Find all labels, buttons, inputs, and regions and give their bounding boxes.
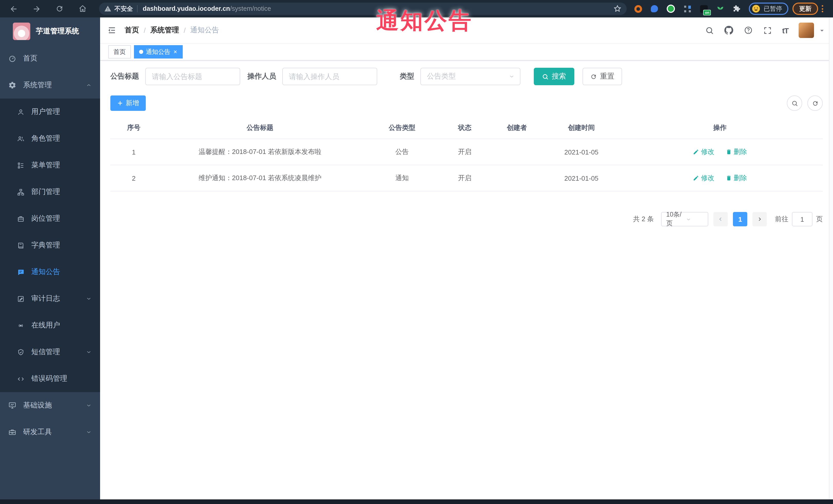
delete-button[interactable]: 删除 bbox=[725, 173, 747, 183]
sidebar-item-label: 错误码管理 bbox=[31, 374, 67, 383]
cell-creator bbox=[488, 165, 546, 191]
browser-forward-icon[interactable] bbox=[29, 1, 44, 17]
sidebar-item-dev-tools[interactable]: 研发工具 bbox=[0, 419, 100, 446]
chevron-right-icon bbox=[757, 216, 763, 222]
cell-actions: 修改 删除 bbox=[617, 139, 823, 165]
table-row: 2 维护通知：2018-07-01 若依系统凌晨维护 通知 开启 2021-01… bbox=[110, 165, 823, 191]
sidebar-item-home[interactable]: 首页 bbox=[0, 45, 100, 72]
sidebar-item-label: 角色管理 bbox=[31, 134, 60, 143]
pagination-total: 共 2 条 bbox=[633, 215, 654, 224]
chevron-up-icon bbox=[86, 82, 92, 88]
sidebar-item-error-code[interactable]: 错误码管理 bbox=[0, 365, 100, 392]
toggle-search-button[interactable] bbox=[787, 95, 802, 111]
cell-title: 维护通知：2018-07-01 若依系统凌晨维护 bbox=[157, 165, 363, 191]
sidebar-item-role-mgmt[interactable]: 角色管理 bbox=[0, 125, 100, 152]
reset-button[interactable]: 重置 bbox=[582, 68, 622, 85]
page-content: 公告标题 操作人员 类型 公告类型 bbox=[100, 61, 833, 499]
search-button[interactable]: 搜索 bbox=[534, 68, 574, 85]
avatar-caret-icon[interactable] bbox=[819, 27, 825, 33]
filter-title-label: 公告标题 bbox=[110, 72, 139, 81]
edit-button[interactable]: 修改 bbox=[693, 147, 714, 157]
sidebar-item-label: 部门管理 bbox=[31, 187, 60, 197]
github-icon[interactable] bbox=[724, 26, 733, 35]
omnibox-divider bbox=[137, 5, 138, 12]
extensions-puzzle-icon[interactable] bbox=[731, 4, 742, 14]
sidebar-logo-row[interactable]: 芋道管理系统 bbox=[0, 18, 100, 45]
chevron-down-icon bbox=[86, 429, 92, 435]
help-icon[interactable] bbox=[744, 26, 753, 35]
bookmark-star-icon[interactable] bbox=[613, 5, 622, 13]
extension-switch-icon[interactable]: on bbox=[698, 4, 709, 14]
sidebar-item-post-mgmt[interactable]: 岗位管理 bbox=[0, 205, 100, 232]
delete-button[interactable]: 删除 bbox=[725, 147, 747, 157]
shield-check-icon bbox=[17, 348, 25, 356]
toolbox-icon bbox=[8, 428, 17, 436]
cell-actions: 修改 删除 bbox=[617, 165, 823, 191]
sidebar-item-infrastructure[interactable]: 基础设施 bbox=[0, 392, 100, 419]
cell-type: 通知 bbox=[363, 165, 442, 191]
extension-green-icon[interactable] bbox=[666, 4, 676, 14]
edit-button[interactable]: 修改 bbox=[693, 173, 714, 183]
breadcrumb-system[interactable]: 系统管理 bbox=[150, 26, 179, 35]
page-size-select[interactable]: 10条/页 bbox=[661, 212, 708, 226]
goto-page-input[interactable] bbox=[792, 212, 812, 226]
plus-icon bbox=[117, 100, 123, 106]
sidebar-item-user-mgmt[interactable]: 用户管理 bbox=[0, 99, 100, 125]
browser-reload-icon[interactable] bbox=[52, 1, 67, 17]
chevron-down-icon bbox=[86, 296, 92, 302]
sidebar-item-dict-mgmt[interactable]: 字典管理 bbox=[0, 232, 100, 259]
sidebar-item-menu-mgmt[interactable]: 菜单管理 bbox=[0, 152, 100, 178]
notice-title-input[interactable] bbox=[145, 68, 240, 85]
goto-label: 前往 bbox=[775, 215, 788, 224]
add-button[interactable]: 新增 bbox=[110, 95, 146, 111]
browser-profile-chip[interactable]: 已暂停 bbox=[749, 3, 788, 15]
col-created: 创建时间 bbox=[546, 117, 617, 139]
sidebar-item-online-users[interactable]: 在线用户 bbox=[0, 312, 100, 339]
browser-menu-icon[interactable] bbox=[822, 5, 823, 12]
browser-home-icon[interactable] bbox=[75, 1, 90, 17]
tag-close-icon[interactable]: × bbox=[173, 49, 177, 55]
operator-input[interactable] bbox=[282, 68, 377, 85]
extension-blue-icon[interactable] bbox=[649, 4, 660, 14]
tag-notice[interactable]: 通知公告 × bbox=[134, 45, 183, 58]
sidebar-fold-icon[interactable] bbox=[107, 26, 117, 35]
sidebar-item-audit-log[interactable]: 审计日志 bbox=[0, 285, 100, 312]
tag-home[interactable]: 首页 bbox=[108, 45, 131, 58]
browser-bar: 不安全 dashboard.yudao.iocoder.cn /system/n… bbox=[0, 0, 833, 18]
tag-label: 首页 bbox=[114, 47, 126, 56]
user-avatar[interactable] bbox=[799, 23, 814, 38]
table-row: 1 温馨提醒：2018-07-01 若依新版本发布啦 公告 开启 2021-01… bbox=[110, 139, 823, 165]
extension-orange-icon[interactable] bbox=[633, 4, 643, 14]
font-size-icon[interactable]: tT bbox=[782, 26, 788, 34]
filter-type-label: 类型 bbox=[400, 72, 414, 81]
sidebar-item-notice[interactable]: 通知公告 bbox=[0, 259, 100, 285]
cell-created: 2021-01-05 bbox=[546, 139, 617, 165]
scrollbar-track[interactable] bbox=[829, 18, 833, 499]
extension-sprout-icon[interactable] bbox=[715, 4, 725, 14]
notice-type-select[interactable]: 公告类型 bbox=[420, 68, 520, 85]
address-bar[interactable]: 不安全 dashboard.yudao.iocoder.cn /system/n… bbox=[99, 3, 627, 15]
chevron-down-icon bbox=[686, 216, 705, 222]
extension-grid-icon[interactable] bbox=[682, 4, 692, 14]
sidebar-submenu-system: 用户管理 角色管理 菜单管理 bbox=[0, 99, 100, 392]
cell-no: 1 bbox=[110, 139, 157, 165]
breadcrumb-home[interactable]: 首页 bbox=[125, 26, 139, 35]
prev-page-button[interactable] bbox=[713, 212, 728, 226]
sidebar-item-label: 系统管理 bbox=[23, 80, 52, 90]
header-search-icon[interactable] bbox=[705, 26, 714, 34]
sidebar-item-label: 短信管理 bbox=[31, 347, 60, 357]
browser-update-button[interactable]: 更新 bbox=[792, 3, 818, 15]
refresh-icon bbox=[812, 100, 818, 106]
filter-type-item: 类型 公告类型 bbox=[400, 68, 520, 85]
browser-back-icon[interactable] bbox=[6, 1, 21, 17]
sidebar-item-label: 通知公告 bbox=[31, 267, 60, 277]
book-icon bbox=[17, 241, 25, 249]
sidebar-item-dept-mgmt[interactable]: 部门管理 bbox=[0, 178, 100, 205]
org-tree-icon bbox=[17, 188, 25, 196]
fullscreen-icon[interactable] bbox=[763, 26, 772, 34]
current-page-button[interactable]: 1 bbox=[733, 212, 747, 226]
sidebar-item-system-mgmt[interactable]: 系统管理 bbox=[0, 72, 100, 99]
next-page-button[interactable] bbox=[753, 212, 767, 226]
refresh-table-button[interactable] bbox=[807, 95, 823, 111]
sidebar-item-sms-mgmt[interactable]: 短信管理 bbox=[0, 339, 100, 365]
